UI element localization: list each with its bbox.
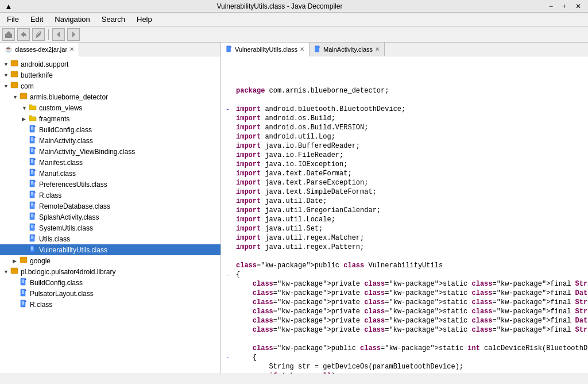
tree-arrow[interactable]: ▼ bbox=[3, 269, 10, 275]
tree-arrow[interactable]: ▼ bbox=[3, 83, 10, 89]
tree-item-label: VulnerabilityUtils.class bbox=[39, 246, 107, 254]
tree-item[interactable]: Manuf.class bbox=[0, 168, 220, 179]
tree-item[interactable]: R.class bbox=[0, 299, 220, 310]
right-tab-bar: VulnerabilityUtils.class ✕ MainActivity.… bbox=[221, 43, 588, 56]
tree-item-label: R.class bbox=[30, 301, 52, 309]
tree-item[interactable]: PreferencesUtils.class bbox=[0, 179, 220, 190]
close-button[interactable]: ✕ bbox=[573, 2, 583, 10]
code-line-text: import android.util.Log; bbox=[236, 132, 586, 141]
minimize-button[interactable]: − bbox=[547, 2, 555, 10]
tree-item[interactable]: SplashActivity.class bbox=[0, 212, 220, 222]
tree-item[interactable]: RemoteDatabase.class bbox=[0, 201, 220, 212]
svg-rect-62 bbox=[30, 235, 34, 241]
tree-item[interactable]: ▼custom_views bbox=[0, 102, 220, 113]
tree-item[interactable]: BuildConfig.class bbox=[0, 124, 220, 135]
code-line-text: { bbox=[236, 270, 586, 279]
tree-item[interactable]: ▶google bbox=[0, 255, 220, 266]
maximize-button[interactable]: + bbox=[560, 2, 568, 10]
tree-item[interactable]: ▼com bbox=[0, 80, 220, 91]
code-line-marker[interactable]: - bbox=[226, 105, 234, 114]
menu-edit[interactable]: Edit bbox=[26, 14, 48, 25]
tree-icon bbox=[10, 81, 20, 91]
code-line: -import android.bluetooth.BluetoothDevic… bbox=[226, 105, 586, 114]
code-line-text: import java.util.regex.Matcher; bbox=[236, 233, 586, 243]
toolbar-home-button[interactable] bbox=[2, 28, 15, 41]
svg-rect-27 bbox=[30, 158, 34, 165]
right-tab-close[interactable]: ✕ bbox=[300, 46, 304, 52]
code-container[interactable]: package com.armis.blueborne_detector;-im… bbox=[221, 56, 588, 374]
right-tab-close[interactable]: ✕ bbox=[375, 46, 380, 52]
tree-item-label: butterknife bbox=[21, 71, 53, 79]
tree-arrow[interactable]: ▼ bbox=[3, 72, 10, 78]
code-line: import java.util.Date; bbox=[226, 197, 586, 206]
svg-rect-6 bbox=[11, 71, 18, 77]
tree-item-label: Manifest.class bbox=[39, 159, 83, 167]
svg-rect-93 bbox=[315, 45, 319, 51]
svg-marker-2 bbox=[57, 32, 60, 37]
code-line: class="kw-package">private class="kw-pac… bbox=[226, 325, 586, 335]
menu-help[interactable]: Help bbox=[132, 14, 157, 25]
code-line-text: class="kw-package">private class="kw-pac… bbox=[236, 279, 588, 289]
file-tree: ▼android.support▼butterknife▼com▼armis.b… bbox=[0, 56, 220, 374]
svg-rect-57 bbox=[30, 224, 34, 231]
code-line-text: package com.armis.blueborne_detector; bbox=[236, 86, 586, 95]
code-line-marker[interactable]: - bbox=[226, 270, 234, 279]
menu-file[interactable]: File bbox=[2, 14, 24, 25]
tree-icon bbox=[20, 92, 29, 102]
tree-item[interactable]: ▶fragments bbox=[0, 113, 220, 124]
code-line: import android.os.Build; bbox=[226, 114, 586, 123]
toolbar-link-button[interactable] bbox=[32, 28, 45, 41]
code-line-marker[interactable]: - bbox=[226, 353, 234, 362]
tree-arrow[interactable]: ▶ bbox=[13, 258, 20, 264]
code-line-text: if (str == null) bbox=[236, 371, 586, 374]
right-tab-0[interactable]: VulnerabilityUtils.class ✕ bbox=[221, 43, 310, 56]
tree-item[interactable]: Utils.class bbox=[0, 233, 220, 244]
tree-arrow[interactable]: ▼ bbox=[13, 94, 20, 100]
code-line-text: import java.util.Locale; bbox=[236, 215, 586, 224]
code-line: class="kw-package">private class="kw-pac… bbox=[226, 279, 586, 289]
menu-navigation[interactable]: Navigation bbox=[50, 14, 94, 25]
tree-item[interactable]: MainActivity.class bbox=[0, 135, 220, 146]
menu-search[interactable]: Search bbox=[97, 14, 130, 25]
tree-icon bbox=[29, 212, 38, 222]
right-tab-1[interactable]: MainActivity.class ✕ bbox=[310, 43, 385, 56]
code-line-text: import java.text.ParseException; bbox=[236, 178, 586, 187]
tree-item[interactable]: ▼butterknife bbox=[0, 70, 220, 80]
left-tab-close[interactable]: ✕ bbox=[69, 46, 74, 52]
tree-arrow[interactable]: ▶ bbox=[22, 116, 29, 122]
code-line-text: import java.io.BufferedReader; bbox=[236, 141, 586, 151]
tree-item-label: com bbox=[21, 82, 34, 90]
code-line-text: String str = getDeviceOs(paramBluetoothD… bbox=[236, 362, 586, 371]
tree-arrow[interactable]: ▼ bbox=[3, 62, 10, 67]
tree-item[interactable]: PulsatorLayout.class bbox=[0, 288, 220, 299]
tree-item[interactable]: Manifest.class bbox=[0, 157, 220, 168]
tree-icon bbox=[29, 168, 38, 178]
tree-item[interactable]: MainActivity_ViewBinding.class bbox=[0, 146, 220, 157]
left-panel: ☕ classes-dex2jar.jar ✕ ▼android.support… bbox=[0, 43, 221, 374]
tree-item-label: pl.bclogic.pulsator4droid.library bbox=[21, 268, 115, 276]
tree-icon bbox=[20, 256, 29, 266]
tree-item[interactable]: ▼android.support bbox=[0, 59, 220, 70]
toolbar-next-button[interactable] bbox=[67, 28, 80, 41]
code-line: - { bbox=[226, 353, 586, 362]
tree-arrow[interactable]: ▼ bbox=[22, 105, 29, 111]
toolbar-back-button[interactable] bbox=[17, 28, 30, 41]
tree-item[interactable]: BuildConfig.class bbox=[0, 277, 220, 288]
jar-icon: ☕ bbox=[5, 45, 13, 53]
left-tab[interactable]: ☕ classes-dex2jar.jar ✕ bbox=[0, 43, 79, 56]
tree-icon bbox=[29, 245, 38, 255]
tree-item[interactable]: ▼pl.bclogic.pulsator4droid.library bbox=[0, 266, 220, 277]
toolbar-prev-button[interactable] bbox=[52, 28, 65, 41]
code-line-text: import java.text.SimpleDateFormat; bbox=[236, 187, 586, 197]
tree-item[interactable]: SystemUtils.class bbox=[0, 222, 220, 233]
code-line: import java.util.Set; bbox=[226, 224, 586, 233]
code-line: import java.util.regex.Pattern; bbox=[226, 243, 586, 252]
code-line: class="kw-package">public class="kw-pack… bbox=[226, 344, 586, 353]
tree-item[interactable]: ▼armis.blueborne_detector bbox=[0, 91, 220, 102]
tree-icon bbox=[29, 190, 38, 200]
tree-item[interactable]: VulnerabilityUtils.class bbox=[0, 244, 220, 255]
tree-icon bbox=[10, 59, 20, 69]
tree-item[interactable]: R.class bbox=[0, 190, 220, 201]
code-line-text: { bbox=[236, 353, 586, 362]
code-line-text: import java.util.Set; bbox=[236, 224, 586, 233]
